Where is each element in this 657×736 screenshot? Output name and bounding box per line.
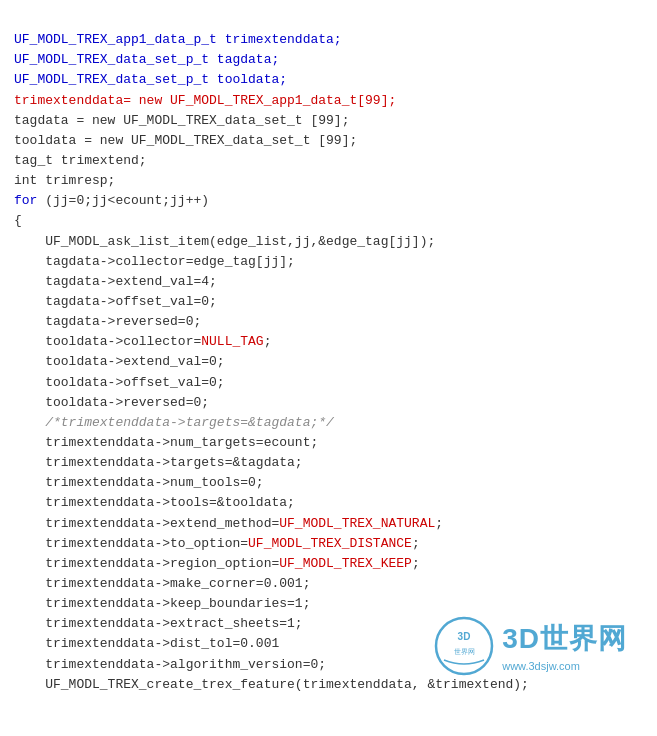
code-line: UF_MODL_TREX_data_set_p_t tagdata; [14,50,647,70]
code-line: trimextenddata->dist_tol=0.001 [14,634,647,654]
code-line: tag_t trimextend; [14,151,647,171]
code-line: trimextenddata->region_option=UF_MODL_TR… [14,554,647,574]
code-line: trimextenddata->to_option=UF_MODL_TREX_D… [14,534,647,554]
code-line: UF_MODL_ask_list_item(edge_list,jj,&edge… [14,232,647,252]
code-line: UF_MODL_TREX_data_set_p_t tooldata; [14,70,647,90]
code-line: int trimresp; [14,171,647,191]
code-line: tooldata->reversed=0; [14,393,647,413]
code-container: UF_MODL_TREX_app1_data_p_t trimextenddat… [0,0,657,705]
code-line: for (jj=0;jj<ecount;jj++) [14,191,647,211]
code-line: tagdata->reversed=0; [14,312,647,332]
code-line: trimextenddata->num_targets=ecount; [14,433,647,453]
code-line: trimextenddata->extend_method=UF_MODL_TR… [14,514,647,534]
code-line: trimextenddata= new UF_MODL_TREX_app1_da… [14,91,647,111]
code-line: trimextenddata->algorithm_version=0; [14,655,647,675]
code-line: trimextenddata->num_tools=0; [14,473,647,493]
code-line: /*trimextenddata->targets=&tagdata;*/ [14,413,647,433]
code-line: UF_MODL_TREX_create_trex_feature(trimext… [14,675,647,695]
code-line: UF_MODL_TREX_app1_data_p_t trimextenddat… [14,30,647,50]
code-line: trimextenddata->keep_boundaries=1; [14,594,647,614]
code-line: { [14,211,647,231]
code-line: trimextenddata->extract_sheets=1; [14,614,647,634]
code-line: tagdata->offset_val=0; [14,292,647,312]
code-line: tagdata = new UF_MODL_TREX_data_set_t [9… [14,111,647,131]
code-line: tagdata->collector=edge_tag[jj]; [14,252,647,272]
code-line: trimextenddata->tools=&tooldata; [14,493,647,513]
code-line: tooldata->extend_val=0; [14,352,647,372]
code-line: trimextenddata->targets=&tagdata; [14,453,647,473]
code-line: tooldata->collector=NULL_TAG; [14,332,647,352]
code-line: trimextenddata->make_corner=0.001; [14,574,647,594]
code-line: tagdata->extend_val=4; [14,272,647,292]
code-line: tooldata = new UF_MODL_TREX_data_set_t [… [14,131,647,151]
code-line: tooldata->offset_val=0; [14,373,647,393]
